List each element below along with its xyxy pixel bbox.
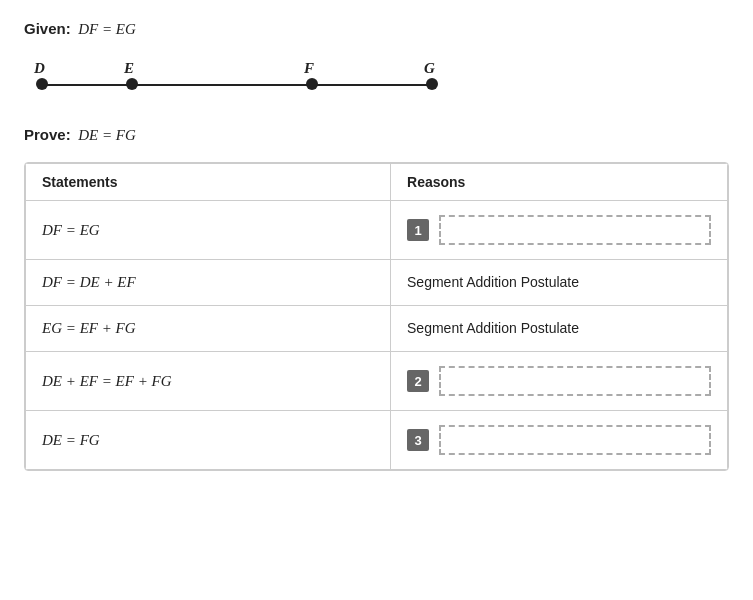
point-E bbox=[126, 78, 138, 90]
reason-box: 1 bbox=[407, 215, 711, 245]
reason-cell: 1 bbox=[391, 201, 728, 260]
reason-cell: Segment Addition Postulate bbox=[391, 260, 728, 306]
reason-cell: 3 bbox=[391, 411, 728, 470]
reason-number: 2 bbox=[407, 370, 429, 392]
prove-section: Prove: DE = FG bbox=[24, 126, 729, 144]
table-header-row: Statements Reasons bbox=[26, 164, 728, 201]
table-row: DE + EF = EF + FG 2 bbox=[26, 352, 728, 411]
prove-expression: DE = FG bbox=[74, 127, 135, 143]
statement-cell: EG = EF + FG bbox=[26, 306, 391, 352]
proof-table-wrapper: Statements Reasons DF = EG 1 bbox=[24, 162, 729, 471]
table-row: EG = EF + FG Segment Addition Postulate bbox=[26, 306, 728, 352]
reason-number: 3 bbox=[407, 429, 429, 451]
reason-text: Segment Addition Postulate bbox=[407, 320, 579, 336]
reasons-header: Reasons bbox=[391, 164, 728, 201]
given-expression: DF = EG bbox=[74, 21, 135, 37]
segment-line bbox=[42, 84, 432, 86]
statement-cell: DE = FG bbox=[26, 411, 391, 470]
statement-cell: DF = EG bbox=[26, 201, 391, 260]
reason-box: 3 bbox=[407, 425, 711, 455]
reason-cell: Segment Addition Postulate bbox=[391, 306, 728, 352]
reason-text: Segment Addition Postulate bbox=[407, 274, 579, 290]
proof-table: Statements Reasons DF = EG 1 bbox=[25, 163, 728, 470]
label-D: D bbox=[34, 60, 45, 77]
statement-cell: DF = DE + EF bbox=[26, 260, 391, 306]
label-F: F bbox=[304, 60, 314, 77]
table-row: DF = EG 1 bbox=[26, 201, 728, 260]
given-section: Given: DF = EG bbox=[24, 20, 729, 38]
reason-cell: 2 bbox=[391, 352, 728, 411]
label-E: E bbox=[124, 60, 134, 77]
table-row: DE = FG 3 bbox=[26, 411, 728, 470]
point-G bbox=[426, 78, 438, 90]
given-label: Given: bbox=[24, 20, 71, 37]
table-row: DF = DE + EF Segment Addition Postulate bbox=[26, 260, 728, 306]
prove-label: Prove: bbox=[24, 126, 71, 143]
statement-cell: DE + EF = EF + FG bbox=[26, 352, 391, 411]
label-G: G bbox=[424, 60, 435, 77]
reason-dashed-input[interactable] bbox=[439, 366, 711, 396]
segment-diagram: D E F G bbox=[24, 56, 729, 104]
reason-dashed-input[interactable] bbox=[439, 215, 711, 245]
reason-box: 2 bbox=[407, 366, 711, 396]
reason-dashed-input[interactable] bbox=[439, 425, 711, 455]
point-F bbox=[306, 78, 318, 90]
statements-header: Statements bbox=[26, 164, 391, 201]
point-D bbox=[36, 78, 48, 90]
reason-number: 1 bbox=[407, 219, 429, 241]
